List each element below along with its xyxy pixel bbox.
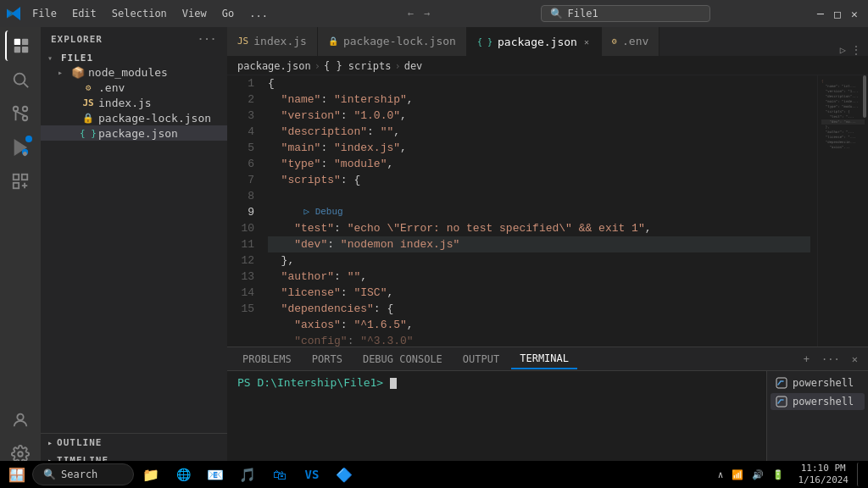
- systray-battery[interactable]: 🔋: [769, 468, 787, 482]
- bottom-panel: PROBLEMS PORTS DEBUG CONSOLE OUTPUT TERM…: [227, 347, 868, 469]
- taskbar-app-mail[interactable]: 📧: [200, 463, 231, 486]
- chevron-right-icon: ▸: [58, 68, 68, 77]
- systray-chevron[interactable]: ∧: [715, 468, 727, 482]
- powershell-icon: [776, 377, 787, 389]
- panel-close-icon[interactable]: ✕: [849, 353, 861, 365]
- tab-output[interactable]: OUTPUT: [454, 350, 508, 369]
- terminal-content[interactable]: PS D:\Intership\File1>: [227, 371, 766, 469]
- start-button[interactable]: 🪟: [3, 463, 31, 486]
- code-content[interactable]: { "name": "intership", "version": "1.0.0…: [261, 75, 817, 347]
- json-lock-file-icon: 🔒: [81, 111, 95, 125]
- window-controls: ─ □ ✕: [817, 8, 861, 19]
- tab-package-json[interactable]: { } package.json ✕: [467, 27, 602, 56]
- menu-view[interactable]: View: [175, 6, 214, 21]
- run-icon[interactable]: ▷: [840, 44, 846, 56]
- activity-source-control[interactable]: [5, 98, 36, 129]
- menu-go[interactable]: Go: [215, 6, 241, 21]
- chevron-down-icon: ▾: [47, 53, 58, 63]
- taskbar-app-media[interactable]: 🎵: [232, 463, 263, 486]
- panel-more-icon[interactable]: ···: [818, 353, 843, 365]
- taskbar-app-store[interactable]: 🛍: [264, 463, 295, 486]
- nav-forward-button[interactable]: →: [420, 6, 433, 21]
- tree-root[interactable]: ▾ FILE1: [41, 52, 227, 64]
- taskbar-app-files[interactable]: 📁: [136, 463, 166, 486]
- powershell-icon: [776, 396, 787, 408]
- code-line: {: [268, 75, 810, 92]
- systray-volume[interactable]: 🔊: [748, 468, 767, 482]
- tree-item-node-modules[interactable]: ▸ 📦 node_modules: [41, 64, 227, 80]
- breadcrumb-dev[interactable]: dev: [404, 60, 423, 72]
- split-editor-icon[interactable]: ⋮: [851, 44, 861, 56]
- menu-more[interactable]: ...: [242, 6, 275, 21]
- taskbar-app-edge[interactable]: 🌐: [168, 463, 198, 486]
- svg-point-18: [18, 452, 23, 457]
- code-line: },: [268, 252, 810, 269]
- minimize-button[interactable]: ─: [817, 8, 827, 19]
- tree-item-package-lock[interactable]: 🔒 package-lock.json: [41, 110, 227, 125]
- new-terminal-button[interactable]: +: [800, 353, 813, 365]
- tab-close-button[interactable]: ✕: [582, 36, 591, 47]
- tab-indexjs[interactable]: JS index.js: [227, 27, 318, 56]
- taskbar-clock[interactable]: 11:10 PM 1/16/2024: [793, 463, 854, 487]
- tab-env[interactable]: ⚙ .env: [602, 27, 659, 56]
- sidebar-more-icon[interactable]: ···: [198, 34, 217, 45]
- code-line: "scripts": {: [268, 172, 810, 204]
- code-line: "main": "index.js",: [268, 140, 810, 156]
- code-editor[interactable]: 12345 678910 1112131415 { "name": "inter…: [227, 75, 868, 347]
- tab-label: package.json: [498, 36, 577, 48]
- breadcrumb-scripts[interactable]: { } scripts: [324, 60, 391, 72]
- terminal-instances: powershell powershell: [766, 371, 868, 469]
- close-button[interactable]: ✕: [851, 8, 861, 19]
- tab-package-lock[interactable]: 🔒 package-lock.json: [318, 27, 467, 56]
- title-search[interactable]: 🔍 File1: [438, 5, 812, 22]
- taskbar: 🪟 🔍 Search 📁 🌐 📧 🎵 🛍 VS 🔷 ∧ 📶 🔊 🔋 11:10 …: [0, 461, 868, 488]
- sidebar-outline[interactable]: ▸ OUTLINE: [41, 434, 227, 452]
- taskbar-search[interactable]: 🔍 Search: [32, 463, 134, 485]
- tab-ports[interactable]: PORTS: [303, 350, 351, 369]
- tab-problems[interactable]: PROBLEMS: [234, 350, 300, 369]
- nav-back-button[interactable]: ←: [404, 6, 417, 21]
- js-file-icon: JS: [81, 96, 95, 109]
- activity-search[interactable]: [5, 64, 36, 95]
- breadcrumb-file[interactable]: package.json: [237, 60, 311, 72]
- tree-label: package-lock.json: [98, 112, 211, 125]
- search-icon: 🔍: [550, 8, 563, 19]
- menu-selection[interactable]: Selection: [105, 6, 174, 21]
- code-line: "description": "",: [268, 124, 810, 140]
- systray-wifi[interactable]: 📶: [728, 468, 747, 482]
- show-desktop-button[interactable]: [857, 463, 865, 486]
- terminal-cursor: [390, 378, 397, 389]
- tab-label: .env: [622, 35, 648, 47]
- terminal-instance-1[interactable]: powershell: [771, 374, 865, 391]
- taskbar-app-npm[interactable]: 🔷: [329, 463, 359, 486]
- code-line: "license": "ISC",: [268, 285, 810, 301]
- tabs-actions: ▷ ⋮: [833, 44, 868, 56]
- maximize-button[interactable]: □: [834, 8, 844, 19]
- taskbar-app-vscode[interactable]: VS: [297, 463, 327, 486]
- tree-item-env[interactable]: ⚙ .env: [41, 80, 227, 95]
- json-tab-icon: { }: [477, 37, 492, 47]
- menu-file[interactable]: File: [25, 6, 64, 21]
- panel-actions: + ··· ✕: [800, 353, 861, 365]
- menu-edit[interactable]: Edit: [65, 6, 103, 21]
- terminal-area: PS D:\Intership\File1> powershell powers…: [227, 371, 868, 469]
- activity-explorer[interactable]: [5, 30, 36, 61]
- editor-area: JS index.js 🔒 package-lock.json { } pack…: [227, 27, 868, 469]
- breadcrumb-sep: ›: [314, 60, 320, 72]
- tree-item-indexjs[interactable]: JS index.js: [41, 95, 227, 110]
- code-line: "dependencies": {: [268, 301, 810, 317]
- env-file-icon: ⚙: [81, 80, 95, 94]
- tab-debug-console[interactable]: DEBUG CONSOLE: [354, 350, 451, 369]
- activity-extensions[interactable]: [5, 166, 36, 197]
- activity-account[interactable]: [5, 405, 36, 435]
- json-lock-tab-icon: 🔒: [328, 36, 338, 46]
- svg-rect-1: [22, 39, 28, 45]
- activity-run[interactable]: ◉: [5, 132, 36, 163]
- tab-label: index.js: [253, 35, 307, 47]
- main-area: ◉ Explorer ···: [0, 27, 868, 469]
- tab-terminal[interactable]: TERMINAL: [511, 349, 577, 369]
- tree-item-package-json[interactable]: { } package.json: [41, 125, 227, 141]
- breadcrumb: package.json › { } scripts › dev: [227, 57, 868, 75]
- terminal-instance-2[interactable]: powershell: [771, 393, 865, 410]
- svg-rect-16: [14, 183, 19, 188]
